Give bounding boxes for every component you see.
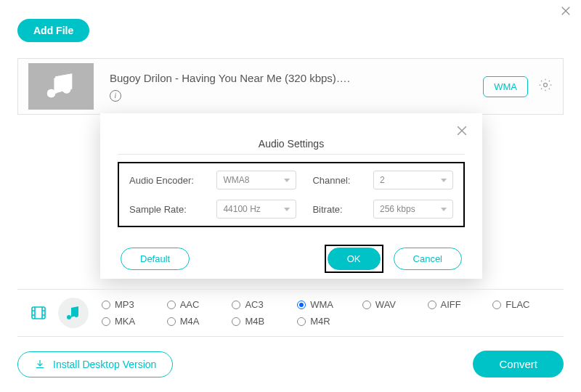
format-label: WAV bbox=[375, 299, 396, 310]
format-option-wav[interactable]: WAV bbox=[362, 299, 428, 310]
ok-button[interactable]: OK bbox=[328, 248, 381, 270]
channel-select[interactable]: 2 bbox=[373, 171, 453, 189]
install-label: Install Desktop Version bbox=[53, 359, 156, 370]
format-option-m4r[interactable]: M4R bbox=[297, 316, 362, 327]
svg-point-2 bbox=[544, 83, 548, 87]
settings-gear-button[interactable] bbox=[538, 78, 553, 95]
encoder-select[interactable]: WMA8 bbox=[216, 171, 296, 189]
format-label: M4A bbox=[180, 316, 200, 327]
bitrate-value: 256 kbps bbox=[380, 204, 415, 214]
format-option-mka[interactable]: MKA bbox=[102, 316, 167, 327]
format-option-m4b[interactable]: M4B bbox=[232, 316, 297, 327]
divider bbox=[118, 154, 465, 155]
bitrate-label: Bitrate: bbox=[312, 204, 357, 215]
file-meta: Bugoy Drilon - Having You Near Me (320 k… bbox=[110, 72, 483, 102]
video-mode-button[interactable] bbox=[23, 298, 54, 328]
channel-label: Channel: bbox=[312, 175, 357, 186]
radio-icon bbox=[102, 317, 110, 326]
encoder-label: Audio Encoder: bbox=[129, 175, 200, 186]
bitrate-select[interactable]: 256 kbps bbox=[373, 200, 453, 219]
format-label: FLAC bbox=[505, 299, 529, 310]
encoder-value: WMA8 bbox=[223, 175, 249, 185]
radio-icon bbox=[232, 301, 240, 309]
format-label: WMA bbox=[310, 299, 333, 310]
chevron-down-icon bbox=[284, 179, 290, 182]
ok-highlight-box: OK bbox=[325, 245, 383, 273]
format-label: AC3 bbox=[245, 299, 263, 310]
radio-icon bbox=[102, 301, 110, 309]
chevron-down-icon bbox=[441, 208, 447, 211]
sample-rate-label: Sample Rate: bbox=[129, 204, 200, 215]
close-icon bbox=[559, 4, 572, 17]
audio-settings-modal: Audio Settings Audio Encoder: WMA8 Chann… bbox=[100, 113, 482, 279]
music-note-icon bbox=[65, 304, 82, 322]
file-row: Bugoy Drilon - Having You Near Me (320 k… bbox=[17, 58, 564, 115]
gear-icon bbox=[538, 78, 553, 92]
svg-rect-3 bbox=[32, 307, 45, 319]
file-title: Bugoy Drilon - Having You Near Me (320 k… bbox=[110, 72, 483, 84]
format-option-m4a[interactable]: M4A bbox=[167, 316, 232, 327]
chevron-down-icon bbox=[284, 208, 290, 211]
convert-button[interactable]: Convert bbox=[473, 351, 564, 377]
format-option-aac[interactable]: AAC bbox=[167, 299, 232, 310]
radio-icon bbox=[297, 301, 306, 309]
install-desktop-button[interactable]: Install Desktop Version bbox=[17, 351, 173, 377]
info-icon[interactable]: i bbox=[110, 90, 121, 102]
close-icon bbox=[455, 123, 469, 138]
add-file-button[interactable]: Add File bbox=[17, 19, 89, 42]
modal-title: Audio Settings bbox=[118, 138, 465, 150]
radio-icon bbox=[167, 317, 176, 326]
modal-close-button[interactable] bbox=[455, 123, 469, 141]
cancel-button[interactable]: Cancel bbox=[394, 248, 462, 270]
settings-grid: Audio Encoder: WMA8 Channel: 2 Sample Ra… bbox=[118, 162, 465, 227]
radio-icon bbox=[428, 301, 436, 309]
audio-mode-button[interactable] bbox=[58, 298, 89, 328]
radio-icon bbox=[297, 317, 306, 326]
music-notes-icon bbox=[44, 70, 78, 103]
radio-icon bbox=[362, 301, 371, 309]
channel-value: 2 bbox=[380, 175, 385, 185]
formats-bar: MP3AACAC3WMAWAVAIFFFLACMKAM4AM4BM4R bbox=[17, 289, 564, 337]
format-label: MP3 bbox=[115, 299, 134, 310]
file-thumbnail bbox=[28, 63, 94, 110]
format-label: AIFF bbox=[441, 299, 461, 310]
format-label: AAC bbox=[180, 299, 200, 310]
default-button[interactable]: Default bbox=[121, 248, 190, 270]
format-option-aiff[interactable]: AIFF bbox=[428, 299, 493, 310]
sample-rate-select[interactable]: 44100 Hz bbox=[216, 200, 296, 219]
format-option-ac3[interactable]: AC3 bbox=[232, 299, 297, 310]
page-close-button[interactable] bbox=[559, 4, 572, 20]
radio-icon bbox=[167, 301, 176, 309]
format-label: M4R bbox=[310, 316, 330, 327]
download-icon bbox=[34, 359, 46, 370]
format-option-mp3[interactable]: MP3 bbox=[102, 299, 167, 310]
chevron-down-icon bbox=[441, 179, 447, 182]
radio-icon bbox=[232, 317, 240, 326]
radio-icon bbox=[492, 301, 501, 309]
format-list: MP3AACAC3WMAWAVAIFFFLACMKAM4AM4BM4R bbox=[102, 299, 558, 327]
format-option-wma[interactable]: WMA bbox=[297, 299, 362, 310]
format-option-flac[interactable]: FLAC bbox=[492, 299, 558, 310]
film-icon bbox=[30, 304, 47, 322]
format-badge[interactable]: WMA bbox=[483, 76, 528, 97]
sample-rate-value: 44100 Hz bbox=[223, 204, 260, 214]
format-label: M4B bbox=[245, 316, 264, 327]
format-label: MKA bbox=[115, 316, 135, 327]
